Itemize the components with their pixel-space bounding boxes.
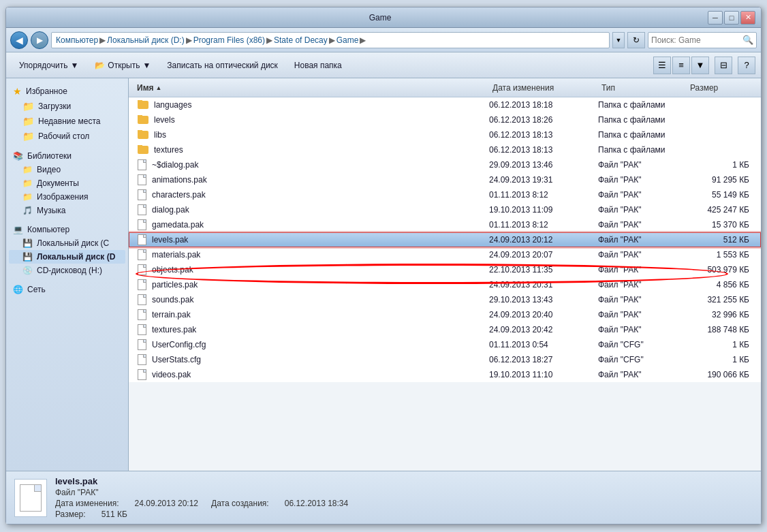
table-row[interactable]: sounds.pak29.10.2013 13:43Файл "РАК"321 … [129,292,761,307]
sidebar-item-music[interactable]: 🎵 Музыка [9,204,125,217]
maximize-button[interactable]: □ [724,11,739,25]
size-label: Размер: [55,510,86,519]
sidebar-item-images[interactable]: 📁 Изображения [9,190,125,204]
file-icon [138,324,146,335]
search-box[interactable]: 🔍 [648,32,757,48]
file-type: Папка с файлами [598,115,687,125]
table-row[interactable]: terrain.pak24.09.2013 20:40Файл "РАК"32 … [129,307,761,322]
path-programfiles[interactable]: Program Files (x86) [193,35,265,45]
file-list: languages06.12.2013 18:18Папка с файлами… [129,97,761,382]
table-row[interactable]: levels.pak24.09.2013 20:12Файл "РАК"512 … [129,232,761,247]
sidebar-item-video[interactable]: 📁 Видео [9,163,125,176]
col-size[interactable]: Размер [687,78,755,97]
file-name: UserConfig.cfg [135,339,489,350]
back-button[interactable]: ◀ [10,31,28,49]
file-size: 1 КБ [687,340,755,349]
file-date: 06.12.2013 18:27 [489,355,598,364]
main-area: ★ Избранное 📁 Загрузки 📁 Недавние места … [6,78,761,471]
path-stateofdeckay[interactable]: State of Decay [274,35,328,45]
view-buttons: ☰ ≡ ▼ [653,57,709,74]
status-filename: levels.pak [55,476,753,486]
table-row[interactable]: ~$dialog.pak29.09.2013 13:46Файл "РАК"1 … [129,157,761,172]
file-size: 1 КБ [687,160,755,170]
computer-header: 💻 Компьютер [9,223,125,236]
file-type: Файл "РАК" [598,310,687,319]
file-type: Папка с файлами [598,100,687,110]
file-date: 06.12.2013 18:13 [489,145,598,155]
network-section: 🌐 Сеть [9,283,125,296]
help-button[interactable]: ? [738,57,755,74]
new-folder-label: Новая папка [294,61,342,70]
sidebar-item-network[interactable]: 🌐 Сеть [9,283,125,296]
favorites-title: Избранное [26,87,67,96]
table-row[interactable]: levels06.12.2013 18:26Папка с файлами [129,112,761,127]
table-row[interactable]: gamedata.pak01.11.2013 8:12Файл "РАК"15 … [129,217,761,232]
col-type[interactable]: Тип [599,78,687,97]
folder-downloads-icon: 📁 [22,101,34,112]
sidebar-item-drive-d[interactable]: 💾 Локальный диск (D [9,250,125,264]
file-type: Файл "РАК" [598,235,687,245]
table-row[interactable]: UserConfig.cfg01.11.2013 0:54Файл "CFG"1… [129,337,761,352]
path-game[interactable]: Game [336,35,359,45]
table-row[interactable]: textures.pak24.09.2013 20:42Файл "РАК"18… [129,322,761,337]
file-size: 32 996 КБ [687,310,755,319]
file-type: Файл "РАК" [598,205,687,215]
organize-button[interactable]: Упорядочить ▼ [12,55,86,76]
file-type: Файл "РАК" [598,280,687,290]
burn-button[interactable]: Записать на оптический диск [159,55,285,76]
sidebar-item-desktop[interactable]: 📁 Рабочий стол [9,129,125,144]
path-computer[interactable]: Компьютер [56,35,98,45]
table-row[interactable]: animations.pak24.09.2013 19:31Файл "РАК"… [129,172,761,187]
open-label: Открыть [108,61,140,70]
table-row[interactable]: textures06.12.2013 18:13Папка с файлами [129,142,761,157]
open-dropdown-icon: ▼ [142,61,151,70]
view-dropdown-button[interactable]: ▼ [691,57,709,74]
favorites-header: ★ Избранное [9,84,125,99]
sidebar-item-downloads[interactable]: 📁 Загрузки [9,99,125,114]
minimize-button[interactable]: ─ [708,11,723,25]
pane-toggle-button[interactable]: ⊟ [715,57,732,74]
table-row[interactable]: particles.pak24.09.2013 20:31Файл "РАК"4… [129,277,761,292]
table-row[interactable]: objects.pak22.10.2013 11:35Файл "РАК"503… [129,262,761,277]
col-date[interactable]: Дата изменения [490,78,599,97]
view-list-button[interactable]: ☰ [653,57,671,74]
file-date: 22.10.2013 11:35 [489,265,598,275]
table-row[interactable]: dialog.pak19.10.2013 11:09Файл "РАК"425 … [129,202,761,217]
table-row[interactable]: materials.pak24.09.2013 20:07Файл "РАК"1… [129,247,761,262]
libraries-title: Библиотеки [27,151,72,161]
file-date: 06.12.2013 18:26 [489,115,598,125]
table-row[interactable]: videos.pak19.10.2013 11:10Файл "РАК"190 … [129,367,761,382]
new-folder-button[interactable]: Новая папка [287,55,349,76]
file-icon [138,204,146,215]
table-row[interactable]: libs06.12.2013 18:13Папка с файлами [129,127,761,142]
col-name[interactable]: Имя ▲ [134,78,490,97]
address-path[interactable]: Компьютер ▶ Локальный диск (D:) ▶ Progra… [51,32,610,48]
open-button[interactable]: 📂 Открыть ▼ [87,55,158,76]
refresh-button[interactable]: ↻ [627,32,645,48]
file-date: 24.09.2013 20:40 [489,310,598,319]
file-date: 19.10.2013 11:09 [489,205,598,215]
column-headers: Имя ▲ Дата изменения Тип Размер [129,78,761,97]
table-row[interactable]: languages06.12.2013 18:18Папка с файлами [129,97,761,112]
file-name: languages [135,100,489,110]
sidebar-item-docs[interactable]: 📁 Документы [9,176,125,190]
folder-icon [138,116,148,124]
file-icon [138,219,146,230]
content-area: Имя ▲ Дата изменения Тип Размер languag [129,78,761,382]
file-type: Файл "РАК" [598,175,687,185]
search-input[interactable] [651,35,740,45]
title-controls: ─ □ ✕ [708,11,755,25]
forward-button[interactable]: ▶ [31,31,48,49]
view-details-button[interactable]: ≡ [672,57,690,74]
file-type: Файл "РАК" [598,265,687,275]
close-button[interactable]: ✕ [740,11,755,25]
path-disk[interactable]: Локальный диск (D:) [107,35,185,45]
table-row[interactable]: UserStats.cfg06.12.2013 18:27Файл "CFG"1… [129,352,761,367]
path-dropdown[interactable]: ▼ [612,32,625,48]
sidebar-item-cd[interactable]: 💿 CD-дисковод (H:) [9,264,125,277]
table-row[interactable]: characters.pak01.11.2013 8:12Файл "РАК"5… [129,187,761,202]
sidebar-item-recent[interactable]: 📁 Недавние места [9,114,125,129]
star-icon: ★ [13,86,22,97]
sidebar-item-drive-c[interactable]: 💾 Локальный диск (C [9,236,125,250]
file-size: 91 295 КБ [687,175,755,185]
